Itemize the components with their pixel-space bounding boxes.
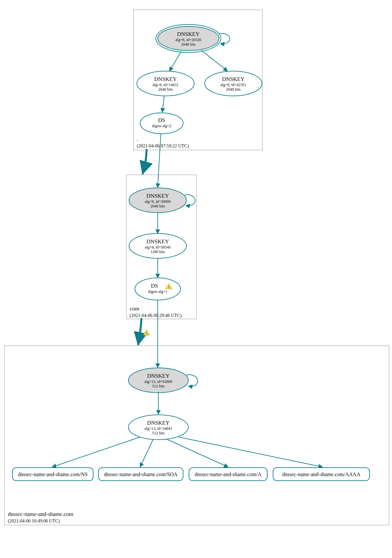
zone-timestamp-leaf: (2021-04-06 10:49:06 UTC)	[8, 519, 60, 524]
svg-text:DNSKEY: DNSKEY	[147, 238, 169, 245]
svg-point-25	[135, 278, 181, 300]
node-leaf-ksk: DNSKEY alg=13, id=62809 512 bits	[128, 368, 188, 393]
node-root-zsk2: DNSKEY alg=8, id=42351 2048 bits	[205, 71, 262, 96]
svg-text:DNSKEY: DNSKEY	[154, 76, 177, 82]
edge-leaf-zsk-to-a	[166, 439, 228, 467]
svg-text:digest alg=2: digest alg=2	[152, 124, 171, 128]
node-root-zsk1: DNSKEY alg=8, id=14631 2048 bits	[137, 71, 194, 96]
node-root-ds: DS digest alg=2	[140, 113, 183, 134]
rrset-aaaa: dnssec-name-and-shame.com/AAAA	[273, 468, 370, 481]
node-com-ds: DS digest alg=1	[135, 278, 181, 300]
svg-text:2048 bits: 2048 bits	[158, 87, 173, 92]
edge-root-ksk-to-zsk1	[169, 52, 181, 71]
svg-text:dnssec-name-and-shame.com/AAAA: dnssec-name-and-shame.com/AAAA	[282, 472, 360, 477]
svg-text:1280 bits: 1280 bits	[151, 249, 165, 254]
svg-text:dnssec-name-and-shame.com/NS: dnssec-name-and-shame.com/NS	[18, 472, 88, 477]
node-root-ksk: DNSKEY alg=8, id=20326 2048 bits	[156, 24, 221, 53]
svg-text:DNSKEY: DNSKEY	[147, 373, 170, 379]
rrset-ns: dnssec-name-and-shame.com/NS	[12, 468, 93, 481]
dnssec-chain-diagram: ! . (2021-04-06 07:59:22 UTC) DNSKEY alg…	[0, 0, 392, 558]
delegation-root-to-com	[143, 150, 147, 173]
svg-text:alg=8, id=30909: alg=8, id=30909	[145, 199, 171, 204]
svg-text:2048 bits: 2048 bits	[226, 87, 241, 92]
edge-root-zsk1-to-ds	[162, 96, 164, 112]
self-sign-root-ksk	[219, 34, 230, 44]
edge-root-ds-to-com-ksk	[158, 134, 161, 188]
svg-text:alg=8, id=14631: alg=8, id=14631	[152, 83, 179, 87]
delegation-com-to-leaf	[138, 319, 141, 344]
edge-leaf-zsk-to-ns	[52, 437, 140, 467]
node-leaf-zsk: DNSKEY alg=13, id=34841 512 bits	[128, 415, 188, 440]
zone-timestamp-root: (2021-04-06 07:59:22 UTC)	[137, 143, 189, 149]
svg-text:alg=8, id=58540: alg=8, id=58540	[145, 245, 171, 249]
node-com-zsk: DNSKEY alg=8, id=58540 1280 bits	[129, 234, 186, 258]
svg-point-14	[140, 113, 183, 134]
svg-text:dnssec-name-and-shame.com/SOA: dnssec-name-and-shame.com/SOA	[104, 472, 178, 477]
svg-text:512 bits: 512 bits	[152, 431, 165, 435]
svg-text:digest alg=1: digest alg=1	[148, 289, 167, 294]
svg-text:dnssec-name-and-shame.com/A: dnssec-name-and-shame.com/A	[195, 472, 262, 477]
svg-text:512 bits: 512 bits	[152, 384, 165, 388]
zone-name-root: .	[137, 136, 138, 142]
edge-root-ksk-to-zsk2	[201, 50, 227, 71]
rrset-soa: dnssec-name-and-shame.com/SOA	[98, 468, 183, 481]
zone-name-leaf: dnssec-name-and-shame.com	[8, 511, 73, 517]
svg-text:DNSKEY: DNSKEY	[222, 76, 245, 82]
svg-text:2048 bits: 2048 bits	[181, 42, 196, 47]
svg-text:DNSKEY: DNSKEY	[147, 193, 169, 199]
zone-box-leaf	[5, 346, 389, 525]
svg-text:alg=8, id=42351: alg=8, id=42351	[220, 83, 246, 87]
edge-leaf-zsk-to-soa	[140, 439, 153, 467]
rrset-a: dnssec-name-and-shame.com/A	[189, 468, 267, 481]
node-com-ksk: DNSKEY alg=8, id=30909 2048 bits	[129, 188, 186, 213]
svg-text:alg=13, id=34841: alg=13, id=34841	[144, 426, 172, 431]
edge-leaf-zsk-to-aaaa	[179, 437, 323, 467]
zone-name-com: com	[130, 306, 139, 312]
warning-icon	[143, 330, 150, 336]
svg-text:DS: DS	[151, 283, 158, 289]
svg-text:alg=13, id=62809: alg=13, id=62809	[144, 379, 172, 384]
svg-text:alg=8, id=20326: alg=8, id=20326	[175, 38, 201, 42]
svg-text:DS: DS	[158, 117, 165, 123]
svg-text:DNSKEY: DNSKEY	[177, 31, 200, 37]
svg-text:DNSKEY: DNSKEY	[147, 420, 170, 426]
zone-timestamp-com: (2021-04-06 08:29:46 UTC)	[130, 313, 182, 318]
svg-text:2048 bits: 2048 bits	[151, 204, 165, 208]
